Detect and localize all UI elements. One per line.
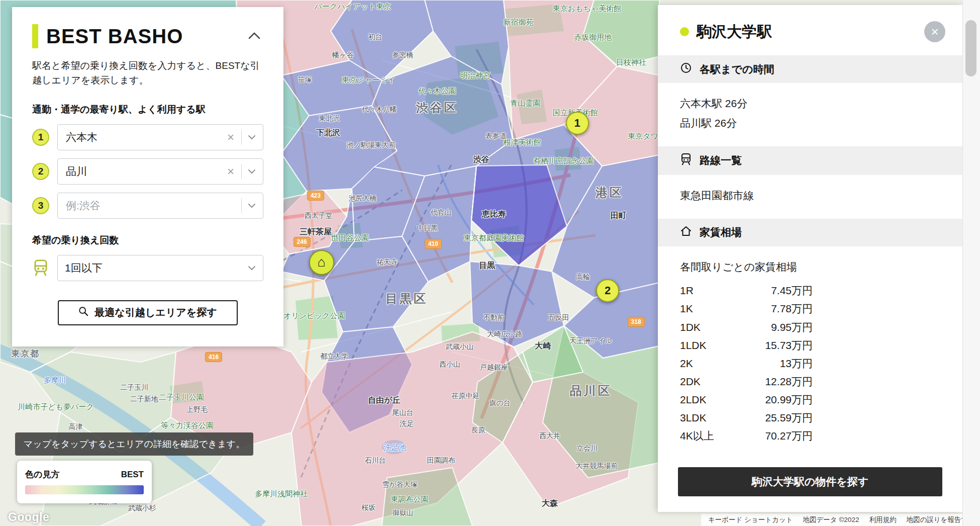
station-3-select[interactable] bbox=[57, 193, 263, 219]
legend-best-label: BEST bbox=[121, 470, 144, 480]
rent-row: 1DK9.95万円 bbox=[680, 318, 813, 336]
station-1-number-badge: 1 bbox=[32, 129, 49, 146]
legend-gradient-bar bbox=[25, 485, 144, 494]
rent-table: 1R7.45万円1K7.78万円1DK9.95万円1LDK15.73万円2K13… bbox=[658, 281, 962, 452]
station-detail-title: 駒沢大学駅 bbox=[697, 22, 772, 42]
map-attribution: キーボード ショートカット 地図データ ©2022 利用規約 地図の誤りを報告す… bbox=[701, 514, 980, 526]
input-divider bbox=[241, 198, 242, 213]
rent-row: 3LDK25.59万円 bbox=[680, 409, 813, 427]
rent-type: 1DK bbox=[680, 318, 701, 336]
transfer-count-value: 1回以下 bbox=[65, 261, 248, 275]
rent-row: 2DK12.28万円 bbox=[680, 373, 813, 391]
rent-subtitle: 各間取りごとの家賃相場 bbox=[658, 246, 962, 281]
station-1-clear-button[interactable]: × bbox=[226, 131, 235, 143]
app-title: BEST BASHO bbox=[46, 25, 183, 48]
search-panel: BEST BASHO 駅名と希望の乗り換え回数を入力すると、BESTな引越しエリ… bbox=[12, 7, 283, 346]
station-2-clear-button[interactable]: × bbox=[226, 165, 235, 178]
google-maps-logo[interactable]: Google bbox=[8, 510, 49, 524]
train-icon bbox=[680, 153, 692, 168]
station-row-1: 1 × bbox=[32, 124, 263, 150]
map-marker-selected-station-home[interactable]: ⌂ bbox=[309, 250, 334, 275]
station-2-input[interactable] bbox=[65, 165, 226, 178]
section-lines-header: 路線一覧 bbox=[658, 146, 962, 175]
station-1-input[interactable] bbox=[65, 131, 226, 144]
scrollbar-thumb[interactable] bbox=[965, 20, 976, 76]
station-3-number-badge: 3 bbox=[32, 197, 49, 214]
chevron-down-icon[interactable] bbox=[248, 266, 256, 271]
color-legend: 色の見方 BEST bbox=[17, 461, 152, 503]
rent-type: 2DK bbox=[680, 373, 701, 391]
chevron-down-icon[interactable] bbox=[248, 135, 256, 140]
station-3-input[interactable] bbox=[65, 199, 235, 212]
rent-type: 1LDK bbox=[680, 336, 707, 355]
rent-price: 12.28万円 bbox=[765, 373, 813, 391]
rent-price: 25.59万円 bbox=[765, 409, 813, 427]
clock-icon bbox=[680, 62, 692, 76]
input-divider bbox=[241, 164, 242, 179]
search-button-label: 最適な引越しエリアを探す bbox=[94, 306, 217, 319]
rent-price: 15.73万円 bbox=[765, 336, 813, 355]
find-properties-button[interactable]: 駒沢大学駅の物件を探す bbox=[678, 467, 942, 496]
rent-price: 7.78万円 bbox=[771, 300, 813, 318]
clear-icon: × bbox=[227, 130, 234, 144]
search-icon bbox=[78, 306, 88, 319]
line-list: 東急田園都市線 bbox=[658, 175, 962, 219]
chevron-up-icon bbox=[248, 33, 260, 41]
rent-type: 4K以上 bbox=[680, 427, 714, 445]
clear-icon: × bbox=[227, 164, 234, 178]
terms-link[interactable]: 利用規約 bbox=[869, 515, 896, 524]
best-basho-app: 渋谷区目黒区港区品川区東京都新宿御苑明治神宮代々木公園青山霊園根津美術館国立新美… bbox=[0, 0, 980, 526]
transfer-row: 1回以下 bbox=[32, 255, 263, 281]
rent-price: 70.27万円 bbox=[765, 427, 813, 445]
station-row-2: 2 × bbox=[32, 158, 263, 185]
rent-row: 1LDK15.73万円 bbox=[680, 336, 813, 355]
rent-price: 13万円 bbox=[780, 355, 813, 373]
page-scrollbar[interactable] bbox=[962, 0, 980, 526]
keyboard-shortcuts-link[interactable]: キーボード ショートカット bbox=[708, 515, 793, 524]
station-detail-panel: 駒沢大学駅 × 各駅までの時間 六本木駅 26分 品川駅 26分 路線一覧 東急… bbox=[658, 5, 962, 512]
section-time-title: 各駅までの時間 bbox=[700, 62, 774, 76]
rent-row: 1R7.45万円 bbox=[680, 282, 813, 300]
close-panel-button[interactable]: × bbox=[924, 21, 945, 42]
rent-type: 1R bbox=[680, 282, 694, 300]
rent-row: 4K以上70.27万円 bbox=[680, 427, 813, 445]
section-time-header: 各駅までの時間 bbox=[658, 55, 962, 83]
rent-price: 20.99万円 bbox=[765, 391, 813, 409]
legend-title: 色の見方 bbox=[25, 469, 59, 480]
section-rent-header: 家賃相場 bbox=[658, 219, 962, 246]
rent-type: 2K bbox=[680, 355, 693, 373]
rent-row: 2K13万円 bbox=[680, 355, 813, 373]
train-icon bbox=[32, 259, 49, 277]
search-area-button[interactable]: 最適な引越しエリアを探す bbox=[58, 300, 238, 325]
section-rent-title: 家賃相場 bbox=[700, 225, 742, 239]
rent-price: 9.95万円 bbox=[771, 318, 813, 336]
input-divider bbox=[241, 130, 242, 145]
section-lines-title: 路線一覧 bbox=[700, 153, 742, 167]
close-icon: × bbox=[931, 25, 938, 38]
station-1-select[interactable]: × bbox=[57, 124, 263, 150]
rent-price: 7.45万円 bbox=[771, 282, 813, 300]
app-description: 駅名と希望の乗り換え回数を入力すると、BESTな引越しエリアを表示します。 bbox=[32, 58, 263, 88]
map-hint-tooltip: マップをタップするとエリアの詳細を確認できます。 bbox=[15, 432, 253, 456]
station-row-3: 3 bbox=[32, 193, 263, 219]
transfer-count-select[interactable]: 1回以下 bbox=[57, 255, 263, 281]
stations-field-label: 通勤・通学の最寄り駅、よく利用する駅 bbox=[32, 103, 263, 116]
map-marker-station-1[interactable]: 1 bbox=[566, 112, 589, 135]
station-dot-icon bbox=[680, 27, 689, 36]
chevron-down-icon[interactable] bbox=[248, 169, 256, 174]
line-item: 東急田園都市線 bbox=[680, 186, 940, 206]
time-item: 品川駅 26分 bbox=[680, 114, 940, 133]
time-to-stations: 六本木駅 26分 品川駅 26分 bbox=[658, 83, 962, 146]
station-2-select[interactable]: × bbox=[57, 158, 263, 185]
rent-row: 2LDK20.99万円 bbox=[680, 391, 813, 409]
station-2-number-badge: 2 bbox=[32, 163, 49, 180]
brand-accent-bar bbox=[32, 24, 38, 48]
map-marker-station-2[interactable]: 2 bbox=[596, 279, 619, 302]
rent-type: 1K bbox=[680, 300, 693, 318]
map-data-label[interactable]: 地図データ ©2022 bbox=[803, 515, 859, 524]
chevron-down-icon[interactable] bbox=[248, 203, 256, 208]
time-item: 六本木駅 26分 bbox=[680, 94, 940, 114]
rent-type: 3LDK bbox=[680, 409, 707, 427]
house-icon bbox=[680, 225, 692, 240]
collapse-panel-button[interactable] bbox=[245, 29, 263, 44]
